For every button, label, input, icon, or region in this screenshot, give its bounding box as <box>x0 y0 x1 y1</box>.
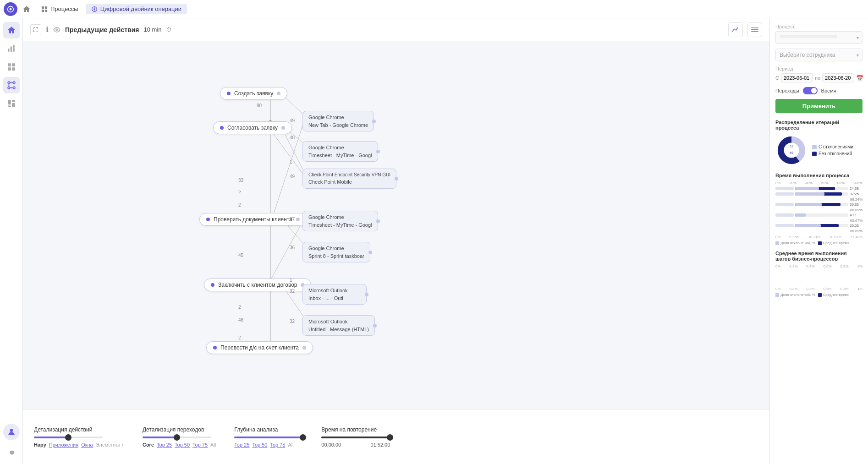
flow-edges <box>23 41 769 409</box>
tab-g1-naru[interactable]: Нару <box>34 442 46 448</box>
clock-icon[interactable]: ⏱ <box>166 27 172 33</box>
process-node-5[interactable]: Перевести д/с на счет клиента <box>206 341 313 354</box>
date-to-input[interactable] <box>822 73 854 82</box>
group-1-slider[interactable] <box>34 437 103 438</box>
avg-legend-label-2: Среднее время <box>823 293 850 297</box>
bar-row-2: 37:25 <box>775 192 863 196</box>
tab-g2-core[interactable]: Core <box>143 442 154 448</box>
group-2-slider[interactable] <box>143 437 211 438</box>
process-select[interactable] <box>775 31 863 44</box>
tab-g3-top25[interactable]: Top 25 <box>234 442 249 448</box>
sidebar-item-dashboard[interactable] <box>3 95 20 112</box>
group-2-slider-row <box>143 437 216 438</box>
node2-dot-left <box>220 126 224 130</box>
tab-g3-all[interactable]: All <box>288 442 293 448</box>
bar-row-5: 25:03 <box>775 224 863 228</box>
app-node-3-dot <box>395 177 398 180</box>
app-node-6[interactable]: Microsoft Outlook Inbox - ... - Outl <box>302 284 367 305</box>
calendar-icon[interactable]: 📅 <box>856 75 863 82</box>
process-node-4[interactable]: Заключить с клиентом договор <box>204 278 311 291</box>
tab-g1-windows[interactable]: Окна <box>81 442 93 448</box>
edge-label-32a: 32 <box>290 289 295 294</box>
processes-nav-label: Процессы <box>50 5 78 12</box>
employee-select[interactable]: Выберите сотрудника <box>775 49 863 61</box>
bar-value-3: 26:33 <box>850 202 863 207</box>
process-node-2[interactable]: Согласовать заявку <box>213 121 292 134</box>
group-1-tabs: Нару Приложения Окна Элементы + <box>34 442 124 448</box>
tab-g2-all[interactable]: All <box>210 442 216 448</box>
edge-label-32b: 32 <box>290 319 295 324</box>
processes-nav-button[interactable]: Процессы <box>36 4 84 14</box>
avg-axis-top: 0%0.2%0.4%0.6%0.8%1% <box>775 264 863 268</box>
expand-icon[interactable] <box>30 24 41 35</box>
node-dot-right <box>277 92 280 95</box>
chart-icon-btn[interactable] <box>728 22 743 37</box>
group-3-slider-row <box>234 437 303 438</box>
tab-g1-apps[interactable]: Приложения <box>49 442 78 448</box>
digital-twin-nav-button[interactable]: Цифровой двойник операции <box>86 4 187 14</box>
period-row: С по 📅 <box>775 73 863 82</box>
info-button[interactable]: ℹ <box>46 25 49 34</box>
avg-legend-dot-1 <box>775 293 779 297</box>
bar-legend: Доля отклонений, % Среднее время <box>775 241 863 245</box>
app-node-1[interactable]: Google Chrome New Tab - Google Chrome <box>302 111 374 131</box>
tab-g2-top50[interactable]: Top 50 <box>175 442 190 448</box>
home-button[interactable] <box>19 2 34 16</box>
group-2-tabs: Core Top 25 Top 50 Top 75 All <box>143 442 216 448</box>
main-canvas: Создать заявку Согласовать заявку Провер… <box>23 41 769 409</box>
date-from-input[interactable] <box>781 73 813 82</box>
app-node-2[interactable]: Google Chrome Timesheet - MyTime - Googl <box>302 141 378 162</box>
group-2-thumb[interactable] <box>174 434 180 441</box>
group-3-slider[interactable] <box>234 437 303 438</box>
group-4-thumb[interactable] <box>387 434 393 441</box>
sidebar-item-home[interactable] <box>3 22 20 38</box>
svg-rect-25 <box>12 103 15 107</box>
tab-g2-top25[interactable]: Top 25 <box>157 442 172 448</box>
group-3-tabs: Top 25 Top 50 Top 75 All <box>234 442 303 448</box>
app-node-4[interactable]: Google Chrome Timesheet - MyTime - Googl <box>302 211 378 231</box>
app-node-5[interactable]: Google Chrome Sprint 8 - Sprint taskboar <box>302 242 370 262</box>
tab-g3-top75[interactable]: Top 75 <box>270 442 285 448</box>
sidebar-dashboard-icon <box>7 99 16 108</box>
group-4-min-value: 00:00:00 <box>321 442 341 448</box>
tab-g1-elements[interactable]: Элементы + <box>96 442 124 448</box>
app-node-7[interactable]: Microsoft Outlook Untitled - Message (HT… <box>302 315 375 336</box>
tab-g2-top75[interactable]: Top 75 <box>192 442 208 448</box>
group-3-thumb[interactable] <box>300 434 306 441</box>
legend-label-2: Без отклонений <box>819 151 852 156</box>
bar-fill-light-4 <box>795 213 806 217</box>
svg-rect-30 <box>751 27 758 28</box>
node5-dot-left <box>213 346 217 349</box>
process-node-1[interactable]: Создать заявку <box>220 87 287 100</box>
bar-pct-2: 88.24% <box>775 197 863 202</box>
sidebar-item-grid[interactable] <box>3 59 20 75</box>
edge-label-80: 80 <box>257 103 262 108</box>
period-from-label: С <box>775 75 779 81</box>
svg-point-19 <box>13 87 15 89</box>
group-1-thumb[interactable] <box>65 434 71 441</box>
svg-text:49: 49 <box>790 151 794 155</box>
avg-legend-1: Доля отклонений, % <box>775 293 815 297</box>
sidebar-item-user[interactable] <box>3 424 20 440</box>
toggle-switch[interactable] <box>803 87 818 94</box>
donut-container: 33 49 С отклонениями Без отклонений <box>775 134 863 166</box>
bar-fill-light-2 <box>795 192 824 196</box>
sidebar-item-flow[interactable] <box>3 77 20 93</box>
sidebar-item-chart[interactable] <box>3 40 20 57</box>
bar-track-2 <box>795 192 848 196</box>
eye-icon[interactable] <box>53 27 60 33</box>
svg-point-18 <box>8 87 10 89</box>
edge-label-33: 33 <box>238 178 243 183</box>
bar-label-3 <box>775 203 794 206</box>
node-label-2: Согласовать заявку <box>227 125 278 131</box>
period-to-label: по <box>815 75 820 81</box>
node-label-3: Проверить документы клиента <box>214 216 292 223</box>
menu-icon-btn[interactable] <box>747 22 762 37</box>
apply-button[interactable]: Применить <box>775 99 863 113</box>
group-4-slider[interactable] <box>321 437 390 438</box>
tab-g3-top50[interactable]: Top 50 <box>252 442 267 448</box>
app-node-3[interactable]: Check Point Endpoint Security VPN GUI Ch… <box>302 169 396 189</box>
svg-text:33: 33 <box>790 144 794 148</box>
logo[interactable] <box>4 2 17 16</box>
sidebar-item-settings[interactable] <box>3 444 20 460</box>
